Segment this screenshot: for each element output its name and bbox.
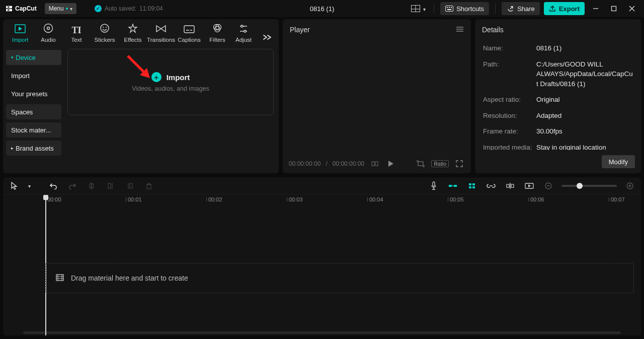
- zoom-in-button[interactable]: [624, 180, 636, 192]
- timeline-dropzone[interactable]: Drag material here and start to create: [45, 263, 634, 293]
- svg-rect-68: [511, 184, 514, 187]
- mic-button[interactable]: [428, 180, 440, 192]
- tab-stickers[interactable]: Stickers: [91, 22, 119, 46]
- value-resolution: Adapted: [536, 111, 561, 121]
- tab-captions[interactable]: Captions: [175, 24, 203, 46]
- menu-dot-icon: [66, 8, 68, 10]
- svg-rect-42: [375, 162, 378, 166]
- time-current: 00:00:00:00: [289, 160, 320, 167]
- tab-text[interactable]: TI Text: [62, 25, 91, 46]
- tab-filters[interactable]: Filters: [203, 22, 231, 46]
- svg-rect-59: [449, 185, 452, 187]
- svg-rect-11: [447, 9, 451, 10]
- timeline-tracks[interactable]: Drag material here and start to create: [3, 208, 641, 330]
- ruler-tick: 00:04: [369, 196, 383, 202]
- tab-adjust[interactable]: Adjust: [231, 23, 256, 46]
- svg-rect-64: [469, 186, 471, 188]
- zoom-out-button[interactable]: [542, 180, 554, 192]
- details-title: Details: [482, 26, 504, 34]
- svg-marker-24: [156, 26, 161, 32]
- chevron-down-icon: [70, 5, 72, 12]
- label-imported: Imported media:: [483, 143, 536, 150]
- sidebar-item-presets[interactable]: Your presets: [6, 86, 61, 101]
- close-button[interactable]: [625, 2, 639, 16]
- value-framerate: 30.00fps: [536, 126, 562, 137]
- tab-import[interactable]: Import: [6, 23, 34, 46]
- svg-marker-18: [19, 27, 22, 31]
- player-viewport[interactable]: [283, 40, 471, 153]
- svg-point-20: [47, 27, 50, 30]
- export-button[interactable]: Export: [544, 2, 585, 15]
- import-icon: [15, 24, 26, 35]
- label-aspect: Aspect ratio:: [483, 95, 536, 105]
- player-controls: 00:00:00:00 / 00:00:00:00 Ratio: [283, 153, 471, 173]
- svg-marker-43: [388, 161, 393, 167]
- autosave-prefix: Auto saved:: [105, 5, 136, 12]
- drop-hint: Drag material here and start to create: [71, 274, 188, 282]
- link-button[interactable]: [485, 180, 497, 192]
- menu-button[interactable]: Menu: [45, 3, 76, 14]
- zoom-slider[interactable]: [561, 185, 617, 187]
- svg-point-22: [103, 27, 104, 28]
- ruler-tick: 00:02: [208, 196, 222, 202]
- svg-point-33: [241, 25, 243, 27]
- align-button[interactable]: [504, 180, 516, 192]
- label-path: Path:: [483, 59, 536, 89]
- magnet-track-button[interactable]: [466, 180, 478, 192]
- details-panel: Details Name:0816 (1) Path:C:/Users/GOOD…: [475, 19, 641, 173]
- sidebar-item-import[interactable]: Import: [6, 68, 61, 83]
- filters-icon: [212, 23, 222, 35]
- ratio-button[interactable]: Ratio: [431, 160, 449, 167]
- more-tabs-button[interactable]: [259, 29, 276, 46]
- svg-rect-55: [147, 184, 151, 189]
- split-button: [86, 180, 98, 192]
- share-button[interactable]: Share: [502, 2, 540, 15]
- pointer-tool[interactable]: [8, 180, 20, 192]
- frame-icon[interactable]: [415, 158, 426, 169]
- sidebar-item-device[interactable]: ▾Device: [6, 50, 61, 65]
- svg-rect-26: [184, 26, 194, 33]
- film-icon: [56, 274, 64, 283]
- import-title: Import: [167, 73, 190, 82]
- maximize-button[interactable]: [607, 2, 621, 16]
- import-dropzone[interactable]: + Import Videos, audios, and images: [67, 49, 274, 115]
- tab-effects[interactable]: Effects: [119, 22, 147, 46]
- sidebar-item-stock[interactable]: Stock mater...: [6, 122, 61, 138]
- svg-rect-76: [56, 275, 63, 281]
- effects-icon: [128, 23, 138, 35]
- play-button[interactable]: [385, 158, 396, 169]
- modify-button[interactable]: Modify: [602, 155, 635, 168]
- magnet-main-button[interactable]: [447, 180, 459, 192]
- shortcuts-button[interactable]: Shortcuts: [440, 2, 489, 15]
- svg-rect-10: [451, 7, 452, 8]
- trim-right-button: [124, 180, 136, 192]
- import-subtitle: Videos, audios, and images: [132, 85, 209, 92]
- svg-point-31: [215, 27, 220, 32]
- export-label: Export: [559, 5, 580, 13]
- svg-marker-25: [161, 26, 166, 32]
- audio-icon: [43, 23, 53, 35]
- captions-icon: [184, 25, 195, 35]
- preview-render-button[interactable]: [523, 180, 535, 192]
- svg-rect-58: [433, 182, 435, 186]
- layout-preset-button[interactable]: [409, 5, 428, 13]
- tab-transitions[interactable]: Transitions: [147, 23, 175, 46]
- timeline-scrollbar[interactable]: [3, 330, 641, 335]
- player-menu-icon[interactable]: [456, 26, 464, 34]
- zoom-handle[interactable]: [577, 183, 583, 189]
- text-icon: TI: [71, 26, 81, 35]
- svg-rect-7: [446, 6, 453, 12]
- timeline-ruler[interactable]: 00:00 00:01 00:02 00:03 00:04 00:05 00:0…: [3, 194, 641, 208]
- svg-rect-41: [372, 162, 374, 166]
- sidebar-item-spaces[interactable]: Spaces: [6, 104, 61, 119]
- minimize-button[interactable]: [589, 2, 603, 16]
- tab-audio[interactable]: Audio: [34, 22, 62, 46]
- brand-text: CapCut: [15, 5, 37, 12]
- sidebar-item-brand[interactable]: ▸Brand assets: [6, 141, 61, 156]
- undo-button[interactable]: [47, 180, 59, 192]
- svg-rect-63: [472, 183, 475, 185]
- plus-icon: +: [151, 72, 162, 82]
- fullscreen-icon[interactable]: [454, 158, 465, 169]
- compare-icon[interactable]: [369, 158, 380, 169]
- pointer-dropdown[interactable]: [23, 180, 35, 192]
